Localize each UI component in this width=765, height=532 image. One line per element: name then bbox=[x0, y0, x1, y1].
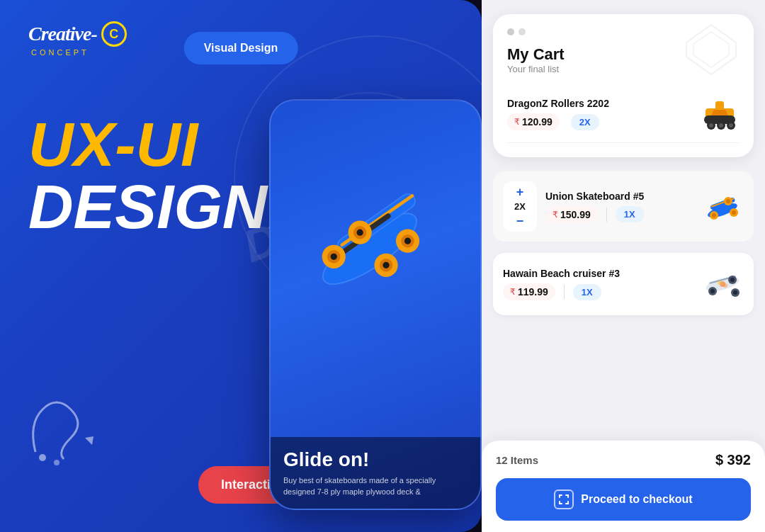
qty-minus-button[interactable]: − bbox=[516, 215, 524, 227]
dot-2 bbox=[518, 28, 526, 35]
svg-point-24 bbox=[709, 123, 713, 128]
hawaii-product-image bbox=[701, 263, 744, 305]
glide-heading: Glide on! bbox=[283, 448, 468, 471]
total-items-label: 12 Items bbox=[496, 454, 538, 466]
dot-1 bbox=[507, 28, 514, 35]
hawaii-price: 119.99 bbox=[518, 286, 548, 298]
cart-total-row: 12 Items $ 392 bbox=[496, 452, 751, 468]
union-price-badge: ₹ 150.99 bbox=[545, 206, 598, 223]
rupee-icon-hawaii: ₹ bbox=[510, 287, 516, 297]
hawaii-cruiser-svg bbox=[701, 263, 744, 305]
union-skateboard-item: + 2X − Union Skateboard #5 ₹ 150.99 1X bbox=[493, 171, 754, 242]
svg-point-36 bbox=[726, 199, 730, 203]
hawaii-price-row: ₹ 119.99 1X bbox=[503, 283, 693, 300]
phone-mockup: Glide on! Buy best of skateboards made o… bbox=[269, 99, 482, 510]
rupee-icon-union: ₹ bbox=[552, 210, 558, 220]
left-section: Creative- C CONCEPT Visual Design UX-UI … bbox=[0, 0, 482, 532]
union-info: Union Skateboard #5 ₹ 150.99 1X bbox=[545, 191, 693, 223]
union-product-image bbox=[701, 186, 744, 228]
svg-point-12 bbox=[357, 230, 363, 236]
svg-rect-56 bbox=[559, 501, 560, 504]
svg-point-15 bbox=[382, 262, 389, 268]
dragonz-price-badge: ₹ 120.99 bbox=[507, 113, 560, 130]
checkout-label: Proceed to checkout bbox=[581, 493, 692, 506]
svg-point-34 bbox=[712, 213, 716, 217]
hawaii-name: Hawain Beach cruiser #3 bbox=[503, 268, 693, 279]
svg-point-45 bbox=[730, 278, 735, 282]
right-panel: My Cart Your final list DragonZ Rollers … bbox=[482, 0, 765, 532]
hawaii-price-badge: ₹ 119.99 bbox=[503, 283, 555, 300]
svg-point-18 bbox=[404, 238, 411, 244]
union-name: Union Skateboard #5 bbox=[545, 191, 693, 202]
svg-point-43 bbox=[710, 289, 715, 293]
dragonz-name: DragonZ Rollers 2202 bbox=[507, 98, 700, 109]
svg-point-50 bbox=[723, 283, 727, 288]
checkout-button[interactable]: Proceed to checkout bbox=[496, 478, 751, 521]
scan-icon bbox=[554, 489, 574, 509]
dragonz-info: DragonZ Rollers 2202 ₹ 120.99 2X bbox=[507, 98, 700, 130]
skateboard-illustration bbox=[285, 157, 455, 327]
qty-controls: + 2X − bbox=[503, 181, 537, 232]
svg-rect-52 bbox=[559, 494, 560, 498]
svg-point-28 bbox=[729, 123, 733, 128]
hawaii-item: Hawain Beach cruiser #3 ₹ 119.99 1X bbox=[493, 253, 754, 315]
cart-footer: 12 Items $ 392 Proceed to checkout bbox=[482, 441, 765, 532]
hawaii-info: Hawain Beach cruiser #3 ₹ 119.99 1X bbox=[503, 268, 693, 300]
cart-item-dragonz: DragonZ Rollers 2202 ₹ 120.99 2X bbox=[507, 86, 740, 143]
svg-point-9 bbox=[331, 254, 337, 260]
cart-card: My Cart Your final list DragonZ Rollers … bbox=[493, 14, 754, 157]
union-price: 150.99 bbox=[560, 209, 591, 220]
hawaii-qty: 1X bbox=[573, 284, 601, 300]
svg-point-49 bbox=[718, 281, 722, 285]
svg-point-0 bbox=[39, 454, 46, 461]
headline-line1: UX-UI bbox=[28, 113, 302, 176]
divider bbox=[606, 208, 607, 222]
visual-design-button[interactable]: Visual Design bbox=[184, 32, 298, 64]
total-amount-value: $ 392 bbox=[715, 452, 751, 468]
union-skateboard-svg bbox=[701, 186, 744, 228]
divider-hawaii bbox=[564, 285, 565, 299]
svg-point-47 bbox=[733, 290, 737, 295]
logo-subtitle: CONCEPT bbox=[31, 48, 89, 57]
logo-icon: C bbox=[101, 21, 127, 47]
logo-text: Creative- bbox=[28, 23, 97, 45]
phone-description: Buy best of skateboards made of a specia… bbox=[283, 475, 468, 497]
logo: Creative- C CONCEPT bbox=[28, 21, 127, 57]
dragonz-price-row: ₹ 120.99 2X bbox=[507, 113, 700, 130]
qty-plus-button[interactable]: + bbox=[516, 186, 524, 198]
svg-marker-20 bbox=[693, 32, 729, 67]
qty-label: 2X bbox=[514, 201, 526, 212]
deco-swirl-icon bbox=[21, 381, 106, 475]
dragonz-product-image bbox=[700, 94, 740, 134]
union-qty: 1X bbox=[616, 206, 644, 222]
dragonz-price: 120.99 bbox=[522, 116, 552, 128]
diamond-icon bbox=[683, 21, 740, 78]
svg-rect-58 bbox=[567, 501, 569, 504]
dragonz-qty: 2X bbox=[571, 114, 599, 130]
svg-point-26 bbox=[719, 123, 723, 128]
svg-point-1 bbox=[54, 460, 60, 465]
svg-point-38 bbox=[732, 210, 736, 215]
svg-rect-54 bbox=[567, 494, 569, 498]
rupee-icon: ₹ bbox=[514, 117, 520, 127]
phone-bottom-content: Glide on! Buy best of skateboards made o… bbox=[271, 437, 480, 509]
union-price-row: ₹ 150.99 1X bbox=[545, 206, 693, 223]
svg-rect-29 bbox=[715, 101, 724, 111]
